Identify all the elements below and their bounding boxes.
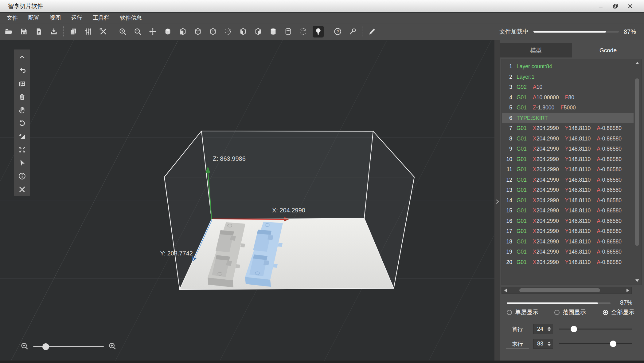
viewport-3d[interactable]: Z: 863.9986 X: 204.2990 Y: 208.7742 [0,40,494,363]
gcode-line[interactable]: 19G01X204.2990Y148.8110A-0.86580 [502,247,634,257]
cube-sheet-button[interactable] [177,26,188,37]
gcode-line-number: 15 [505,207,512,214]
gcode-line[interactable]: 20G01X204.2990Y148.8110A-0.86580 [502,257,634,268]
gcode-line[interactable]: 2Layer:1 [502,72,634,82]
zoom-in-icon[interactable] [108,342,117,352]
gcode-line[interactable]: 14G01X204.2990Y148.8110A-0.86580 [502,195,634,206]
last-line-slider[interactable] [559,339,632,349]
gcode-line[interactable]: 1Layer count:84 [502,61,634,72]
scroll-up-button[interactable] [634,60,641,66]
last-line-spinner[interactable]: 83 [533,339,553,349]
gcode-line[interactable]: 6TYPE:SKIRT [502,113,634,124]
select-pointer-button[interactable] [16,157,28,169]
pan-hand-button[interactable] [16,104,28,116]
help-button[interactable]: ? [332,26,343,37]
spinner-arrows-icon[interactable] [547,341,552,346]
light-bulb-button[interactable] [313,26,324,37]
cube-dashed-button[interactable] [207,26,218,37]
rotate-button[interactable] [16,117,28,129]
scroll-down-button[interactable] [634,278,641,284]
gcode-line[interactable]: 8G01X204.2990Y148.8110A-0.86580 [502,134,634,144]
last-line-button[interactable]: 末行 [506,339,529,349]
tab-model[interactable]: 模型 [500,43,572,57]
annotate-pen-button[interactable] [366,26,377,37]
gcode-line[interactable]: 16G01X204.2990Y148.8110A-0.86580 [502,216,634,227]
copy-settings-button[interactable] [68,26,79,37]
menu-item-5[interactable]: 工具栏 [93,14,109,22]
repair-tools-button[interactable] [16,183,28,195]
gcode-line[interactable]: 10G01X204.2990Y148.8110A-0.86580 [502,154,634,165]
zoom-out-icon[interactable] [20,342,29,352]
radio-display-mode-3[interactable]: 全部显示 [603,308,634,316]
gcode-line[interactable]: 18G01X204.2990Y148.8110A-0.86580 [502,237,634,247]
scene-canvas[interactable]: Z: 863.9986 X: 204.2990 Y: 208.7742 [0,40,494,363]
open-file-button[interactable] [3,26,14,37]
tab-gcode[interactable]: Gcode [572,43,644,57]
first-line-slider[interactable] [559,324,632,334]
fit-view-button[interactable] [16,144,28,156]
restore-button[interactable] [610,2,621,11]
viewport-zoom-knob[interactable] [42,343,49,350]
delete-button[interactable] [16,91,28,103]
first-line-slider-knob[interactable] [571,326,577,332]
save-file-button[interactable] [18,26,29,37]
zoom-out-button[interactable] [132,26,143,37]
undo-button[interactable] [16,65,28,76]
radio-display-mode-2[interactable]: 范围显示 [554,308,586,316]
gcode-token: Y148.8110 [565,197,591,204]
gcode-line[interactable]: 9G01X204.2990Y148.8110A-0.86580 [502,144,634,154]
cube-wireframe-button[interactable] [192,26,203,37]
gcode-line[interactable]: 12G01X204.2990Y148.8110A-0.86580 [502,175,634,185]
panel-collapse-handle[interactable] [494,40,500,363]
probe-button[interactable] [347,26,358,37]
menu-item-4[interactable]: 运行 [71,14,82,22]
spinner-arrows-icon[interactable] [547,327,552,331]
cylinder-wireframe-button[interactable] [283,26,294,37]
gcode-line[interactable]: 11G01X204.2990Y148.8110A-0.86580 [502,164,634,175]
scroll-left-button[interactable] [502,287,509,293]
cylinder-button[interactable] [267,26,279,37]
vscroll-thumb[interactable] [635,78,639,246]
open-file-icon [5,27,13,36]
move-button[interactable] [147,26,158,37]
collapse-up-button[interactable] [16,51,28,63]
right-panel: 模型Gcode 1Layer count:842Layer:13G92A104G… [500,40,644,363]
menu-item-1[interactable]: 文件 [7,14,18,22]
menu-item-6[interactable]: 软件信息 [120,14,142,22]
menu-item-2[interactable]: 配置 [28,14,39,22]
viewport-zoom-slider[interactable] [33,346,104,347]
scroll-right-button[interactable] [624,287,631,293]
export-file-button[interactable] [48,26,59,37]
info-button[interactable] [16,170,28,182]
cube-solid-button[interactable] [162,26,173,37]
cylinder-dotted-button[interactable] [298,26,309,37]
duplicate-button[interactable] [16,78,28,89]
cube-dotted-button[interactable] [222,26,233,37]
gcode-line[interactable]: 15G01X204.2990Y148.8110A-0.86580 [502,206,634,216]
first-line-button[interactable]: 首行 [506,324,529,334]
gcode-hscrollbar[interactable] [502,287,632,294]
first-line-spinner[interactable]: 24 [533,324,553,334]
last-line-slider-knob[interactable] [610,341,616,347]
zoom-in-button[interactable] [117,26,128,37]
hscroll-thumb[interactable] [519,288,600,292]
minimize-button[interactable] [595,2,606,11]
tools-button[interactable] [98,26,109,37]
gcode-vscrollbar[interactable] [634,60,641,284]
close-button[interactable] [625,2,635,11]
gcode-progress-bar[interactable] [507,302,611,304]
gcode-line[interactable]: 7G01X204.2990Y148.8110A-0.86580 [502,123,634,134]
gcode-line[interactable]: 5G01Z-1.8000F5000 [502,103,634,113]
gcode-line[interactable]: 4G01A10.00000F80 [502,93,634,103]
cube-diagonal-button[interactable] [252,26,263,37]
parameter-sliders-button[interactable] [83,26,94,37]
gcode-line[interactable]: 13G01X204.2990Y148.8110A-0.86580 [502,185,634,195]
gcode-line[interactable]: 3G92A10 [502,82,634,93]
scale-flip-button[interactable] [16,131,28,142]
radio-display-mode-1[interactable]: 单层显示 [507,308,538,316]
import-model-button[interactable] [33,26,44,37]
gcode-token: Layer:1 [517,74,534,80]
cube-half-button[interactable] [237,26,248,37]
menu-item-3[interactable]: 视图 [50,14,61,22]
gcode-line[interactable]: 17G01X204.2990Y148.8110A-0.86580 [502,226,634,237]
